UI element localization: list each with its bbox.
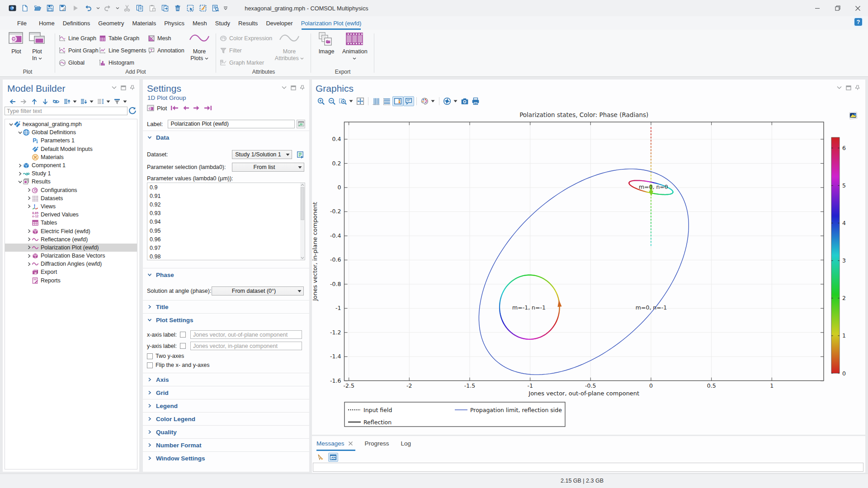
tree-node-global-definitions[interactable]: Global Definitions	[5, 128, 137, 136]
panel-chevron-icon[interactable]	[282, 86, 287, 89]
zoom-out-icon[interactable]	[326, 96, 337, 106]
tree-node-tables[interactable]: Tables	[5, 219, 137, 227]
aperture-icon[interactable]	[442, 96, 453, 106]
plot-last-icon[interactable]	[204, 105, 212, 111]
tab-close-icon[interactable]	[348, 441, 353, 446]
filter-input[interactable]: Type filter text	[5, 107, 127, 115]
section-header[interactable]: Color Legend	[143, 413, 309, 425]
solution-angle-combo[interactable]: From dataset (0°)	[212, 286, 304, 296]
messages-input[interactable]	[313, 463, 863, 472]
ribbon-button-mesh[interactable]: Mesh	[148, 33, 171, 43]
messages-tab-log[interactable]: Log	[401, 440, 411, 447]
minimize-icon[interactable]	[807, 0, 827, 16]
polarization-chart[interactable]: Polarization states, Color: Phase (Radia…	[312, 108, 865, 435]
expand-icon[interactable]	[27, 188, 31, 192]
tree-node-electric-field-ewfd-[interactable]: Electric Field (ewfd)	[5, 227, 137, 235]
pointer-pen-icon[interactable]	[316, 453, 326, 462]
menu-tab-mesh[interactable]: Mesh	[189, 16, 211, 30]
panel-pin-icon[interactable]	[300, 85, 305, 90]
section-header[interactable]: Title	[143, 300, 309, 313]
close-icon[interactable]	[848, 0, 868, 16]
save-icon[interactable]	[44, 2, 56, 14]
rename-note-icon[interactable]	[297, 120, 305, 128]
parameter-values-list[interactable]: 0.90.910.920.930.940.950.960.970.98	[147, 183, 305, 260]
expand-icon[interactable]	[18, 171, 22, 176]
mail-window-icon[interactable]	[328, 453, 338, 462]
panel-restore-icon[interactable]	[291, 85, 296, 90]
tree-node-default-model-inputs[interactable]: Default Model Inputs	[5, 145, 137, 153]
ribbon-button-line-segments[interactable]: Line Segments	[99, 46, 146, 56]
expand-collapse-icon[interactable]	[61, 98, 72, 105]
section-header[interactable]: Quality	[143, 426, 309, 438]
tree-node-datasets[interactable]: Datasets	[5, 194, 137, 202]
open-icon[interactable]	[32, 2, 43, 14]
ribbon-button-table-graph[interactable]: Table Graph	[99, 33, 139, 43]
menu-tab-definitions[interactable]: Definitions	[59, 16, 94, 30]
label-input[interactable]: Polarization Plot (ewfd)	[168, 120, 295, 128]
section-header[interactable]: Number Format	[143, 439, 309, 451]
tree-node-reports[interactable]: Reports	[5, 277, 137, 285]
clear-selection-icon[interactable]	[197, 2, 209, 14]
tree-node-views[interactable]: Views	[5, 202, 137, 211]
menu-tab-developer[interactable]: Developer	[262, 16, 297, 30]
messages-tab-progress[interactable]: Progress	[365, 440, 389, 447]
expand-icon[interactable]	[27, 196, 31, 201]
ribbon-button-image[interactable]: Image	[314, 32, 339, 55]
tree-node-hexagonal-grating-mph[interactable]: hexagonal_grating.mph	[5, 120, 137, 128]
tree-node-configurations[interactable]: Configurations	[5, 186, 137, 194]
section-header[interactable]: Axis	[143, 373, 309, 386]
print-icon[interactable]	[470, 96, 481, 106]
xaxis-label-input[interactable]: Jones vector, out-of-plane component	[190, 330, 302, 339]
parameter-selection-combo[interactable]: From list	[232, 163, 304, 172]
expand-icon[interactable]	[27, 253, 31, 258]
yaxis-label-input[interactable]: Jones vector, in-plane component	[190, 342, 302, 350]
tree-node-export[interactable]: 99Export	[5, 268, 137, 276]
collapse-all-icon[interactable]	[78, 98, 89, 105]
dropdown-arrow-icon[interactable]	[123, 100, 127, 103]
list-item[interactable]: 0.92	[147, 200, 305, 209]
select-box-icon[interactable]	[184, 2, 196, 14]
menu-tab-materials[interactable]: Materials	[128, 16, 160, 30]
copy-icon[interactable]	[134, 2, 146, 14]
run-icon[interactable]	[70, 2, 81, 14]
section-header[interactable]: Legend	[143, 399, 309, 412]
ygrid-icon[interactable]	[371, 96, 382, 106]
filter-funnel-icon[interactable]	[112, 98, 123, 105]
section-header-phase[interactable]: Phase	[143, 268, 309, 281]
model-tree-nodes-icon[interactable]	[95, 98, 106, 105]
paste-icon[interactable]	[146, 2, 158, 14]
ribbon-button-color-expression[interactable]: Color Expression	[220, 33, 272, 43]
duplicate-icon[interactable]	[159, 2, 171, 14]
menu-tab-geometry[interactable]: Geometry	[94, 16, 128, 30]
list-item[interactable]: 0.95	[147, 226, 305, 235]
section-header[interactable]: Grid	[143, 386, 309, 399]
expand-icon[interactable]	[18, 163, 22, 168]
tree-node-polarization-plot-ewfd-[interactable]: Polarization Plot (ewfd)	[5, 244, 137, 252]
list-item[interactable]: 0.91	[147, 192, 305, 200]
yaxis-label-checkbox[interactable]	[180, 343, 186, 349]
find-icon[interactable]	[210, 2, 222, 14]
dropdown-arrow-icon[interactable]	[90, 100, 94, 103]
menu-tab-file[interactable]: File	[13, 16, 31, 30]
image-snapshot-badge[interactable]	[848, 111, 858, 120]
expand-icon[interactable]	[27, 237, 31, 242]
ribbon-button-histogram[interactable]: Histogram	[99, 58, 134, 68]
save-as-icon[interactable]	[57, 2, 69, 14]
tree-node-parameters-1[interactable]: PParameters 1	[5, 136, 137, 145]
menu-tab-polarization-plot-ewfd-[interactable]: Polarization Plot (ewfd)	[297, 16, 366, 30]
dropdown-arrow-icon[interactable]	[453, 99, 458, 103]
menu-tab-home[interactable]: Home	[35, 16, 59, 30]
two-y-axes-checkbox[interactable]	[147, 353, 153, 359]
app-logo[interactable]	[6, 2, 18, 14]
panel-pin-icon[interactable]	[855, 85, 860, 90]
redo-icon[interactable]	[102, 2, 113, 14]
dropdown-arrow-icon[interactable]	[431, 99, 435, 103]
collapse-icon[interactable]	[18, 179, 22, 184]
panel-restore-icon[interactable]	[846, 85, 851, 90]
list-item[interactable]: 0.9	[147, 183, 305, 192]
xgrid-icon[interactable]	[382, 96, 392, 106]
move-down-icon[interactable]	[40, 98, 51, 105]
dropdown-arrow-icon[interactable]	[73, 100, 77, 103]
panel-pin-icon[interactable]	[130, 85, 135, 90]
flip-axes-checkbox[interactable]	[147, 362, 153, 368]
